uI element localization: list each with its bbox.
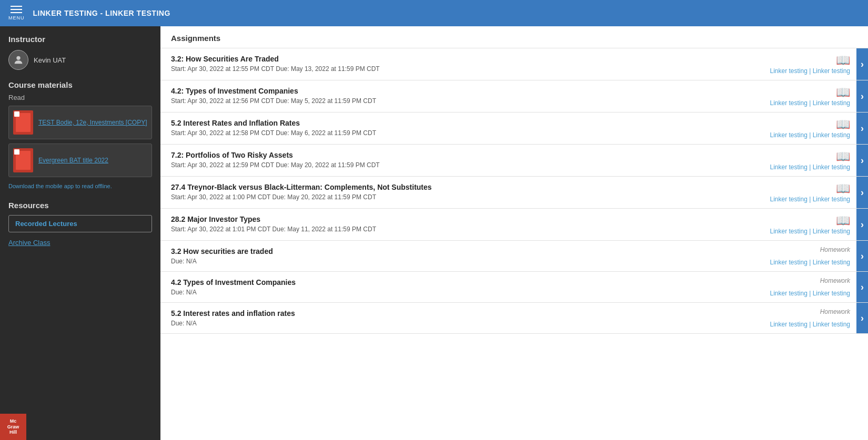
book-icon: 📖	[836, 118, 850, 131]
chevron-icon[interactable]	[856, 80, 868, 112]
top-bar-title: LINKER TESTING - LINKER TESTING	[33, 9, 170, 17]
assignment-title: 4.2 Types of Investment Companies	[171, 278, 741, 286]
instructor-name: Kevin UAT	[34, 56, 66, 64]
assignment-dates: Due: N/A	[171, 320, 741, 327]
assignment-row[interactable]: 3.2 How securities are traded Due: N/A H…	[160, 241, 868, 272]
book-logo-2	[14, 149, 19, 155]
assignment-right: 📖 Linker testing | Linker testing	[751, 48, 856, 80]
assignments-list: 3.2: How Securities Are Traded Start: Ap…	[160, 48, 868, 334]
assignment-title: 3.2 How securities are traded	[171, 247, 741, 255]
assignment-right: Homework Linker testing | Linker testing	[751, 241, 856, 271]
assignment-main: 5.2 Interest Rates and Inflation Rates S…	[160, 112, 751, 144]
mcgraw-hill-logo: McGrawHill	[0, 414, 26, 440]
assignment-row[interactable]: 4.2: Types of Investment Companies Start…	[160, 80, 868, 112]
course-materials-heading: Course materials	[8, 80, 152, 89]
assignment-main: 4.2 Types of Investment Companies Due: N…	[160, 272, 751, 302]
linker-links[interactable]: Linker testing | Linker testing	[770, 259, 850, 266]
avatar	[8, 50, 28, 70]
menu-label: MENU	[8, 15, 25, 21]
assignment-title: 27.4 Treynor-Black versus Black-Litterma…	[171, 183, 741, 191]
instructor-row: Kevin UAT	[8, 50, 152, 70]
book-icon: 📖	[836, 214, 850, 228]
assignments-header: Assignments	[160, 26, 868, 48]
book-logo-1	[14, 111, 19, 117]
main-layout: Instructor Kevin UAT Course materials Re…	[0, 26, 868, 440]
instructor-heading: Instructor	[8, 35, 152, 44]
chevron-icon[interactable]	[856, 48, 868, 80]
assignment-title: 28.2 Major Investor Types	[171, 215, 741, 223]
assignment-row[interactable]: 4.2 Types of Investment Companies Due: N…	[160, 272, 868, 303]
assignment-right: 📖 Linker testing | Linker testing	[751, 177, 856, 208]
linker-links[interactable]: Linker testing | Linker testing	[770, 196, 850, 203]
assignment-row[interactable]: 27.4 Treynor-Black versus Black-Litterma…	[160, 177, 868, 209]
book-title-1[interactable]: TEST Bodie, 12e, Investments [COPY]	[38, 119, 147, 126]
linker-links[interactable]: Linker testing | Linker testing	[770, 228, 850, 235]
assignment-main: 4.2: Types of Investment Companies Start…	[160, 80, 751, 112]
recorded-lectures-button[interactable]: Recorded Lectures	[8, 215, 152, 232]
read-label: Read	[8, 94, 152, 101]
user-icon	[13, 54, 24, 66]
assignment-title: 3.2: How Securities Are Traded	[171, 55, 741, 63]
assignment-main: 27.4 Treynor-Black versus Black-Litterma…	[160, 177, 751, 208]
assignment-row[interactable]: 5.2 Interest rates and inflation rates D…	[160, 303, 868, 334]
assignment-dates: Start: Apr 30, 2022 at 12:58 PM CDT Due:…	[171, 129, 741, 137]
book-icon: 📖	[836, 86, 850, 99]
assignment-dates: Start: Apr 30, 2022 at 1:01 PM CDT Due: …	[171, 226, 741, 233]
chevron-icon[interactable]	[856, 112, 868, 144]
chevron-icon[interactable]	[856, 177, 868, 208]
assignment-right: 📖 Linker testing | Linker testing	[751, 80, 856, 112]
assignment-row[interactable]: 5.2 Interest Rates and Inflation Rates S…	[160, 112, 868, 145]
sidebar: Instructor Kevin UAT Course materials Re…	[0, 26, 160, 440]
resources-heading: Resources	[8, 201, 152, 210]
linker-links[interactable]: Linker testing | Linker testing	[770, 131, 850, 139]
assignment-title: 5.2 Interest rates and inflation rates	[171, 309, 741, 318]
linker-links[interactable]: Linker testing | Linker testing	[770, 163, 850, 171]
assignment-title: 7.2: Portfolios of Two Risky Assets	[171, 151, 741, 159]
linker-links[interactable]: Linker testing | Linker testing	[770, 99, 850, 107]
book-cover-2	[13, 148, 33, 172]
assignment-main: 28.2 Major Investor Types Start: Apr 30,…	[160, 209, 751, 240]
chevron-icon[interactable]	[856, 303, 868, 333]
menu-button[interactable]: MENU	[8, 6, 25, 21]
homework-label: Homework	[820, 277, 850, 284]
assignment-row[interactable]: 7.2: Portfolios of Two Risky Assets Star…	[160, 145, 868, 177]
book-title-2[interactable]: Evergreen BAT title 2022	[38, 157, 108, 164]
content-area: Assignments 3.2: How Securities Are Trad…	[160, 26, 868, 440]
archive-class-link[interactable]: Archive Class	[8, 239, 50, 247]
assignment-dates: Start: Apr 30, 2022 at 12:55 PM CDT Due:…	[171, 65, 741, 73]
assignment-dates: Due: N/A	[171, 258, 741, 265]
assignment-dates: Due: N/A	[171, 289, 741, 296]
book-card-1[interactable]: TEST Bodie, 12e, Investments [COPY]	[8, 106, 152, 139]
assignment-row[interactable]: 28.2 Major Investor Types Start: Apr 30,…	[160, 209, 868, 241]
homework-label: Homework	[820, 308, 850, 315]
assignment-right: 📖 Linker testing | Linker testing	[751, 112, 856, 144]
linker-links[interactable]: Linker testing | Linker testing	[770, 67, 850, 75]
book-icon: 📖	[836, 54, 850, 67]
mobile-app-note[interactable]: Download the mobile app to read offline.	[8, 182, 152, 190]
assignment-main: 3.2 How securities are traded Due: N/A	[160, 241, 751, 271]
linker-links[interactable]: Linker testing | Linker testing	[770, 290, 850, 297]
assignment-title: 4.2: Types of Investment Companies	[171, 87, 741, 95]
book-card-2[interactable]: Evergreen BAT title 2022	[8, 144, 152, 177]
chevron-icon[interactable]	[856, 209, 868, 240]
assignment-main: 3.2: How Securities Are Traded Start: Ap…	[160, 48, 751, 80]
assignment-right: Homework Linker testing | Linker testing	[751, 303, 856, 333]
linker-links[interactable]: Linker testing | Linker testing	[770, 321, 850, 328]
book-icon: 📖	[836, 182, 850, 196]
assignment-right: 📖 Linker testing | Linker testing	[751, 145, 856, 176]
assignment-row[interactable]: 3.2: How Securities Are Traded Start: Ap…	[160, 48, 868, 80]
assignment-main: 5.2 Interest rates and inflation rates D…	[160, 303, 751, 333]
book-icon: 📖	[836, 150, 850, 163]
chevron-icon[interactable]	[856, 272, 868, 302]
assignment-title: 5.2 Interest Rates and Inflation Rates	[171, 119, 741, 127]
assignment-dates: Start: Apr 30, 2022 at 12:59 PM CDT Due:…	[171, 161, 741, 169]
homework-label: Homework	[820, 246, 850, 253]
assignment-main: 7.2: Portfolios of Two Risky Assets Star…	[160, 145, 751, 176]
chevron-icon[interactable]	[856, 241, 868, 271]
assignment-right: Homework Linker testing | Linker testing	[751, 272, 856, 302]
assignment-right: 📖 Linker testing | Linker testing	[751, 209, 856, 240]
assignment-dates: Start: Apr 30, 2022 at 1:00 PM CDT Due: …	[171, 193, 741, 201]
svg-point-0	[16, 56, 20, 60]
chevron-icon[interactable]	[856, 145, 868, 176]
logo-text: McGrawHill	[7, 418, 19, 435]
